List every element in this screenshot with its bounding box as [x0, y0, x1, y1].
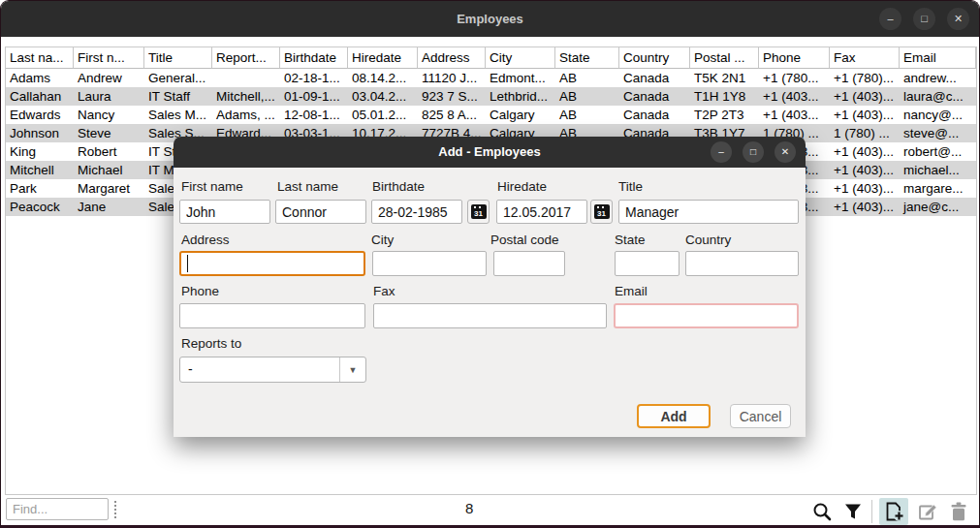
add-button[interactable]: Add: [637, 404, 711, 428]
find-input[interactable]: [6, 498, 109, 520]
column-header-10[interactable]: Postal ...: [690, 47, 759, 69]
dialog-maximize-button[interactable]: □: [743, 141, 764, 163]
table-cell[interactable]: +1 (403...: [759, 87, 830, 106]
column-header-13[interactable]: Email: [900, 47, 976, 69]
city-input[interactable]: [372, 251, 487, 276]
table-cell[interactable]: Mitchell,...: [212, 87, 280, 106]
table-row[interactable]: EdwardsNancySales M...Adams, ...12-08-1.…: [6, 106, 976, 124]
table-cell[interactable]: Canada: [619, 106, 690, 124]
table-cell[interactable]: Mitchell: [6, 161, 74, 179]
table-cell[interactable]: Canada: [619, 69, 690, 87]
table-cell[interactable]: 02-18-1...: [280, 69, 348, 87]
delete-record-button[interactable]: [947, 499, 970, 524]
maximize-button[interactable]: □: [913, 8, 935, 30]
close-button[interactable]: ✕: [947, 8, 969, 30]
table-cell[interactable]: Nancy: [74, 106, 144, 124]
address-input[interactable]: [179, 251, 365, 276]
fax-input[interactable]: [373, 303, 607, 328]
table-cell[interactable]: Adams, ...: [212, 106, 280, 124]
table-cell[interactable]: T5K 2N1: [690, 69, 759, 87]
table-cell[interactable]: +1 (403)...: [830, 161, 900, 179]
birthdate-input[interactable]: [371, 200, 462, 224]
table-row[interactable]: AdamsAndrewGeneral...02-18-1...08.14.2..…: [6, 69, 976, 87]
table-cell[interactable]: Edmont...: [486, 69, 555, 87]
table-cell[interactable]: +1 (780...: [759, 69, 830, 87]
table-cell[interactable]: Adams: [6, 69, 74, 87]
table-cell[interactable]: +1 (780)...: [830, 69, 900, 87]
column-header-9[interactable]: Country: [619, 47, 690, 69]
column-header-4[interactable]: Birthdate: [280, 47, 348, 69]
table-cell[interactable]: T1H 1Y8: [690, 87, 759, 106]
table-cell[interactable]: Michael: [74, 161, 144, 179]
table-cell[interactable]: Johnson: [6, 124, 74, 142]
edit-record-button[interactable]: [915, 499, 940, 524]
table-cell[interactable]: Peacock: [6, 198, 74, 216]
phone-input[interactable]: [179, 303, 365, 328]
table-cell[interactable]: jane@c...: [900, 198, 976, 216]
table-cell[interactable]: 03.04.2...: [348, 87, 418, 106]
table-cell[interactable]: 08.14.2...: [348, 69, 418, 87]
hiredate-calendar-button[interactable]: 31: [590, 200, 613, 224]
table-cell[interactable]: 12-08-1...: [280, 106, 348, 124]
country-input[interactable]: [685, 251, 799, 276]
table-cell[interactable]: 1 (780) ...: [830, 124, 900, 142]
table-cell[interactable]: +1 (403...: [759, 106, 830, 124]
column-header-12[interactable]: Fax: [830, 47, 900, 69]
filter-button[interactable]: [841, 500, 865, 523]
postal-code-input[interactable]: [493, 251, 565, 276]
table-cell[interactable]: Calgary: [486, 106, 555, 124]
table-cell[interactable]: Canada: [619, 87, 690, 106]
splitter-grip[interactable]: [114, 501, 116, 518]
add-record-button[interactable]: [879, 498, 908, 525]
table-cell[interactable]: Edwards: [6, 106, 74, 124]
column-header-1[interactable]: First n...: [74, 47, 144, 69]
table-cell[interactable]: Callahan: [6, 87, 74, 106]
state-input[interactable]: [615, 251, 680, 276]
column-header-11[interactable]: Phone: [759, 47, 830, 69]
column-header-7[interactable]: City: [486, 47, 555, 69]
table-cell[interactable]: 01-09-1...: [280, 87, 348, 106]
table-cell[interactable]: Steve: [74, 124, 144, 142]
cancel-button[interactable]: Cancel: [730, 404, 791, 428]
table-cell[interactable]: General...: [144, 69, 212, 87]
dialog-minimize-button[interactable]: –: [711, 141, 732, 163]
table-cell[interactable]: Andrew: [74, 69, 144, 87]
table-cell[interactable]: +1 (403)...: [830, 87, 900, 106]
last-name-input[interactable]: [275, 200, 366, 224]
table-cell[interactable]: +1 (403)...: [830, 198, 900, 216]
hiredate-input[interactable]: [496, 200, 587, 224]
first-name-input[interactable]: [179, 200, 270, 224]
table-cell[interactable]: michael...: [900, 161, 976, 179]
table-cell[interactable]: +1 (403)...: [830, 106, 900, 124]
table-cell[interactable]: AB: [555, 106, 619, 124]
column-header-6[interactable]: Address: [418, 47, 486, 69]
column-header-2[interactable]: Title: [144, 47, 212, 69]
column-header-0[interactable]: Last na...: [6, 47, 74, 69]
table-cell[interactable]: robert@...: [900, 142, 976, 161]
table-cell[interactable]: AB: [555, 69, 619, 87]
table-cell[interactable]: 05.01.2...: [348, 106, 418, 124]
table-cell[interactable]: [212, 69, 280, 87]
column-header-3[interactable]: Report...: [212, 47, 280, 69]
birthdate-calendar-button[interactable]: 31: [467, 200, 490, 224]
table-cell[interactable]: 923 7 S...: [418, 87, 486, 106]
table-cell[interactable]: +1 (403)...: [830, 142, 900, 161]
reports-to-select[interactable]: - ▼: [179, 357, 366, 383]
column-header-8[interactable]: State: [555, 47, 619, 69]
table-cell[interactable]: Laura: [74, 87, 144, 106]
table-cell[interactable]: Park: [6, 179, 74, 198]
title-input[interactable]: [618, 200, 799, 224]
table-cell[interactable]: margare...: [900, 179, 976, 198]
table-cell[interactable]: IT Staff: [144, 87, 212, 106]
table-cell[interactable]: Sales M...: [144, 106, 212, 124]
email-input[interactable]: [614, 303, 799, 328]
table-cell[interactable]: +1 (403)...: [830, 179, 900, 198]
table-cell[interactable]: nancy@...: [900, 106, 976, 124]
table-cell[interactable]: steve@...: [900, 124, 976, 142]
table-cell[interactable]: 825 8 A...: [418, 106, 486, 124]
dropdown-arrow-icon[interactable]: ▼: [339, 357, 365, 382]
dialog-close-button[interactable]: ✕: [775, 141, 796, 163]
column-header-5[interactable]: Hiredate: [348, 47, 418, 69]
minimize-button[interactable]: –: [879, 8, 901, 30]
table-row[interactable]: CallahanLauraIT StaffMitchell,...01-09-1…: [6, 87, 976, 106]
